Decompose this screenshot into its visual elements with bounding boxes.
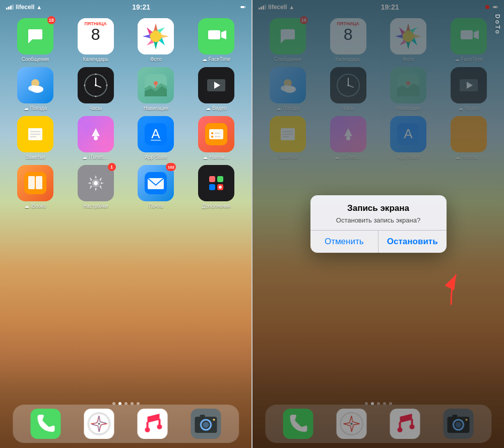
dialog-box: Запись экрана Остановить запись экрана? … [310,195,447,253]
svg-point-39 [211,132,213,134]
itunes-label: ☁ iTunes… [82,154,108,160]
dock-safari[interactable] [84,409,114,439]
settings-badge: 1 [108,163,116,171]
calendar-icon: Пятница 8 [78,18,114,54]
svg-point-15 [95,74,96,75]
svg-rect-4 [208,30,220,39]
maps-label: Навигация [144,105,168,111]
music-icon [138,409,168,439]
reminders-icon [198,116,234,152]
reminders-label: ☁ Напом… [203,154,229,160]
dialog-content: Запись экрана Остановить запись экрана? [310,195,447,230]
photos-label: Фото [150,57,162,62]
app-grid-row2: ☁ Погода Часы [0,66,251,115]
camera-icon [191,409,221,439]
app-settings[interactable]: 1 Настройки [69,165,123,209]
app-mail[interactable]: 102 Почта [129,165,183,209]
app-photos[interactable]: ↑ Фото [129,18,183,62]
app-appstore[interactable]: A App Store [129,116,183,160]
settings-label: Настройки [83,203,108,209]
svg-point-33 [94,136,98,140]
messages-svg [24,25,46,47]
app-itunes[interactable]: ☁ iTunes… [69,116,123,160]
signal-bar-2 [8,7,10,10]
messages-badge: 18 [47,16,55,24]
app-grid-row3: Заметки ☁ iTunes… A [0,115,251,164]
app-notes[interactable]: Заметки [8,116,62,160]
svg-point-16 [95,96,96,97]
clock-label: Часы [89,105,101,111]
signal-bar-3 [10,6,12,10]
notes-svg [24,123,46,145]
clock-icon [78,67,114,103]
app-extras[interactable]: Дополнения [189,165,243,209]
dock-music[interactable] [138,409,168,439]
facetime-label: ☁ FaceTime [202,57,231,62]
app-clock[interactable]: Часы [69,67,123,111]
dock-camera[interactable] [191,409,221,439]
reminders-svg [205,123,227,145]
doto-watermark: DoTo [494,14,501,35]
calendar-label: Календарь [83,57,108,62]
maps-icon [138,67,174,103]
notes-icon [17,116,53,152]
facetime-svg [205,25,227,47]
signal-bar-1 [6,8,8,10]
app-videos[interactable]: ☁ Видео [189,67,243,111]
svg-rect-53 [217,176,223,182]
svg-rect-54 [209,184,215,190]
weather-label: ☁ Погода [24,105,47,111]
extras-icon [198,165,234,201]
svg-point-63 [98,423,100,425]
svg-point-48 [94,181,98,185]
app-messages[interactable]: 18 Сообщения [8,18,62,62]
dock-left [13,405,239,443]
right-screen: lifecell ▲ 19:21 18 Сообщения Пятница 8 … [253,0,504,448]
mail-icon: 102 [138,165,174,201]
app-maps[interactable]: Навигация [129,67,183,111]
appstore-icon: A [138,116,174,152]
mail-svg [145,172,167,194]
ibooks-label: ☁ iBooks [24,203,46,209]
app-calendar[interactable]: Пятница 8 Календарь [69,18,123,62]
svg-point-18 [106,85,107,86]
svg-rect-51 [205,172,227,194]
arrow-svg [438,269,464,310]
app-weather[interactable]: ☁ Погода [8,67,62,111]
messages-label: Сообщения [22,57,49,62]
maps-svg [145,74,167,96]
videos-label: ☁ Видео [206,105,227,111]
appstore-svg: A [145,123,167,145]
photos-icon: ↑ [138,18,174,54]
svg-point-73 [203,422,209,428]
svg-rect-43 [24,172,46,194]
phone-icon [30,409,60,439]
svg-point-9 [31,86,43,93]
signal-bar-4 [12,5,14,10]
time-display: 19:21 [132,3,150,11]
appstore-label: App Store [145,154,167,160]
notes-label: Заметки [26,154,45,160]
ibooks-svg [24,172,46,194]
svg-rect-45 [36,176,42,189]
svg-point-56 [219,186,222,189]
app-ibooks[interactable]: ☁ iBooks [8,165,62,209]
settings-icon: 1 [78,165,114,201]
mail-label: Почта [149,203,163,209]
extras-label: Дополнения [202,203,231,209]
dock-phone[interactable] [30,409,60,439]
svg-point-65 [139,410,167,438]
safari-icon [84,409,114,439]
signal-bars [6,5,14,10]
itunes-icon [78,116,114,152]
itunes-svg [85,123,107,145]
wifi-icon: ▲ [36,4,42,10]
stop-button[interactable]: Остановить [378,231,447,253]
app-facetime[interactable]: ☁ FaceTime [189,18,243,62]
settings-svg [85,172,107,194]
cancel-button[interactable]: Отменить [310,231,379,253]
left-screen: lifecell ▲ 19:21 18 Сообщения Пятница 8 [0,0,251,448]
app-reminders[interactable]: ☁ Напом… [189,116,243,160]
arrow-annotation [438,269,464,312]
status-bar-left: lifecell ▲ 19:21 [0,0,251,14]
